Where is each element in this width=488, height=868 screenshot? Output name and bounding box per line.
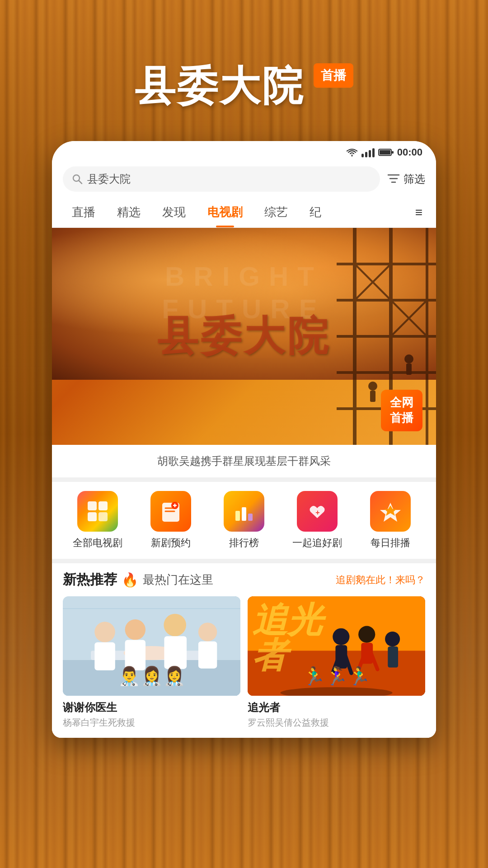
signal-bar-4 (372, 148, 375, 157)
signal-bar-3 (369, 150, 371, 157)
tab-variety[interactable]: 综艺 (253, 197, 299, 227)
card-thumbnail-medical (63, 596, 240, 696)
svg-rect-20 (406, 363, 412, 375)
category-label-follow: 一起追好剧 (292, 536, 342, 550)
action-scene-bg: 追光 者 (248, 596, 425, 696)
svg-point-47 (198, 623, 217, 641)
cards-row: 谢谢你医生 杨幂白宇生死救援 追光 者 (52, 596, 436, 738)
svg-rect-44 (125, 640, 146, 670)
nav-tabs: 直播 精选 发现 电视剧 综艺 纪 ≡ (52, 197, 436, 228)
search-area: 县委大院 筛选 (52, 162, 436, 197)
tab-tv-drama[interactable]: 电视剧 (197, 197, 253, 227)
nav-more-button[interactable]: ≡ (411, 198, 427, 227)
phone-container: 00:00 县委大院 筛选 直播 精选 发现 电视剧 综艺 纪 ≡ (52, 141, 436, 738)
svg-rect-22 (99, 501, 108, 510)
svg-rect-1 (380, 150, 390, 155)
filter-button[interactable]: 筛选 (387, 172, 425, 186)
card-1-title: 谢谢你医生 (63, 700, 240, 715)
subtitle-text: 胡歌吴越携手群星展现基层干群风采 (157, 455, 331, 467)
category-icon-daily (370, 491, 411, 532)
tab-selected[interactable]: 精选 (106, 197, 151, 227)
section-title: 新热推荐 🔥 最热门在这里 (63, 571, 213, 589)
search-text: 县委大院 (87, 172, 131, 186)
battery-area (378, 148, 394, 156)
svg-rect-33 (248, 514, 253, 521)
svg-rect-31 (235, 511, 240, 521)
svg-point-58 (358, 626, 375, 643)
svg-rect-32 (242, 507, 246, 521)
category-label-daily: 每日排播 (371, 536, 410, 550)
categories-list: 全部电视剧 新剧预约 (61, 491, 427, 550)
svg-rect-18 (370, 391, 375, 402)
svg-text:追光: 追光 (252, 600, 327, 639)
category-icon-follow: + (297, 491, 338, 532)
section-tag: 最热门在这里 (143, 572, 213, 588)
svg-text:+: + (315, 509, 319, 516)
svg-point-17 (368, 382, 377, 391)
premiere-badge: 首播 (314, 63, 353, 88)
card-2-title: 追光者 (248, 700, 425, 715)
divider-2 (52, 559, 436, 563)
card-medical-drama[interactable]: 谢谢你医生 杨幂白宇生死救援 (63, 596, 240, 729)
svg-rect-23 (88, 512, 97, 521)
search-icon (72, 174, 83, 184)
hero-banner[interactable]: BRIGHT FUTURE 县委大院 (52, 228, 436, 445)
category-icon-rank (224, 491, 264, 532)
svg-text:者: 者 (252, 636, 292, 675)
svg-point-45 (164, 614, 186, 637)
category-rankings[interactable]: 排行榜 (207, 491, 281, 550)
search-bar[interactable]: 县委大院 (63, 166, 380, 192)
categories-section: 全部电视剧 新剧预约 (52, 482, 436, 559)
svg-rect-2 (392, 151, 394, 154)
category-label-tv: 全部电视剧 (73, 536, 122, 550)
svg-rect-21 (88, 501, 97, 510)
card-action-drama[interactable]: 追光 者 (248, 596, 425, 729)
divider-1 (52, 477, 436, 482)
tab-discover[interactable]: 发现 (151, 197, 197, 227)
svg-rect-48 (198, 642, 217, 669)
svg-point-43 (125, 619, 146, 640)
category-all-tv[interactable]: 全部电视剧 (61, 491, 134, 550)
card-1-desc: 杨幂白宇生死救援 (63, 717, 240, 729)
medical-scene-bg (63, 596, 240, 696)
svg-rect-46 (164, 636, 187, 669)
tab-live[interactable]: 直播 (61, 197, 106, 227)
hot-flame-icon: 🔥 (122, 572, 138, 588)
svg-rect-24 (99, 512, 108, 521)
svg-point-19 (404, 354, 413, 363)
category-daily[interactable]: 每日排播 (354, 491, 427, 550)
category-icon-new (150, 491, 191, 532)
status-icons: 00:00 (346, 146, 422, 158)
svg-point-41 (94, 622, 115, 642)
subtitle-area: 胡歌吴越携手群星展现基层干群风采 (52, 445, 436, 477)
category-icon-tv (77, 491, 118, 532)
wifi-icon (346, 148, 358, 157)
status-bar: 00:00 (52, 141, 436, 162)
category-label-rank: 排行榜 (229, 536, 259, 550)
time-display: 00:00 (397, 146, 422, 158)
svg-line-4 (79, 181, 82, 184)
card-thumbnail-action: 追光 者 (248, 596, 425, 696)
title-container: 县委大院 首播 (135, 59, 353, 114)
section-title-text: 新热推荐 (63, 571, 117, 589)
svg-rect-42 (94, 642, 115, 670)
signal-bar-2 (365, 152, 367, 157)
header-area: 县委大院 首播 (0, 0, 488, 141)
category-follow[interactable]: + 一起追好剧 (281, 491, 354, 550)
battery-icon (378, 148, 394, 156)
signal-bars (361, 147, 375, 157)
section-cta[interactable]: 追剧鹅在此！来吗？ (336, 573, 425, 587)
main-title: 县委大院 (135, 59, 305, 114)
section-header: 新热推荐 🔥 最热门在这里 追剧鹅在此！来吗？ (52, 563, 436, 596)
tab-documentary[interactable]: 纪 (299, 197, 332, 227)
banner-premiere-badge: 全网 首播 (381, 390, 422, 431)
hero-title: 县委大院 (157, 309, 331, 364)
svg-point-62 (385, 632, 400, 646)
signal-bar-1 (361, 154, 364, 157)
category-new-drama[interactable]: 新剧预约 (134, 491, 207, 550)
svg-point-54 (333, 628, 349, 645)
filter-icon (387, 173, 400, 185)
svg-rect-63 (388, 646, 398, 668)
category-label-new: 新剧预约 (151, 536, 191, 550)
filter-label: 筛选 (404, 172, 425, 186)
